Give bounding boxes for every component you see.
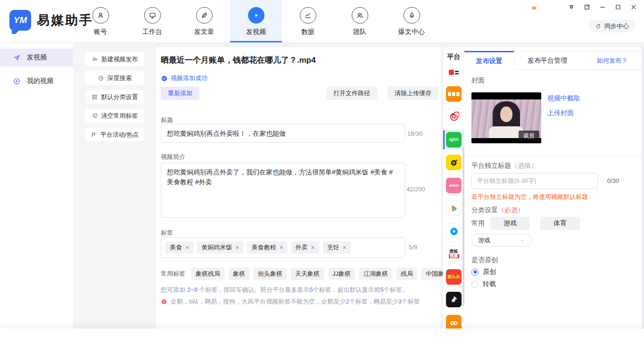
tag-remove-icon[interactable]: × bbox=[279, 244, 283, 251]
platform-icon-record-camera-app[interactable] bbox=[446, 155, 462, 170]
common-tag-chip[interactable]: 街头象棋 bbox=[254, 268, 287, 280]
upload-cover-link[interactable]: 上传封面 bbox=[547, 109, 574, 117]
tag-remove-icon[interactable]: × bbox=[235, 244, 239, 251]
tray-menu-icon[interactable] bbox=[568, 3, 575, 11]
common-tag-chip[interactable]: 象棋 bbox=[229, 268, 249, 280]
nav-item-play[interactable]: 发视频 bbox=[230, 0, 282, 42]
vip-crown-icon bbox=[530, 4, 538, 11]
radio-original-circle[interactable] bbox=[471, 269, 479, 276]
description-counter: 42/200 bbox=[406, 186, 425, 193]
platform-icon-sohu-video[interactable]: 搜狐视频 bbox=[446, 246, 462, 262]
cover-thumbnail[interactable]: 裁剪 bbox=[471, 92, 541, 143]
platform-icon-douyin[interactable] bbox=[446, 292, 462, 307]
sidebar-item-play-circle[interactable]: 我的视频 bbox=[0, 72, 73, 90]
independent-title-label: 平台独立标题（选填） bbox=[471, 162, 537, 170]
hint-text: 个标签，超出默认显示前 bbox=[313, 286, 380, 293]
common-tag-chip[interactable]: JJ象棋 bbox=[328, 268, 355, 280]
right-scrollbar[interactable] bbox=[642, 47, 644, 329]
radio-repost-circle[interactable] bbox=[471, 281, 479, 288]
close-button[interactable] bbox=[630, 3, 637, 11]
screenshot-icon[interactable] bbox=[583, 3, 591, 11]
platform-icon-orange-news-account[interactable] bbox=[446, 86, 462, 102]
tags-input[interactable]: 美食×黄焖鸡米饭×美食教程×外卖×烹饪× bbox=[161, 237, 405, 258]
nav-item-flame[interactable]: 爆文中心 bbox=[386, 0, 438, 42]
nav-item-chart[interactable]: 数据 bbox=[282, 0, 334, 42]
tag-chip[interactable]: 美食教程× bbox=[247, 241, 287, 254]
tags-counter: 5/9 bbox=[409, 244, 417, 251]
maximize-button[interactable] bbox=[614, 3, 622, 11]
common-tags-label: 常用标签 bbox=[161, 270, 185, 278]
publish-panel: 发布设置 发布平台管理 如何发布？ 封面 裁剪 视频中截取 上传封面 平台独立标… bbox=[464, 47, 642, 329]
open-file-path-button[interactable]: 打开文件路径 bbox=[326, 87, 377, 100]
title-label: 标题 bbox=[161, 116, 173, 124]
nav-item-label: 发视频 bbox=[246, 28, 266, 36]
tag-chip[interactable]: 外卖× bbox=[291, 241, 319, 254]
tool-button-clock[interactable]: 深度搜索 bbox=[85, 71, 144, 85]
platform-icon-huitoutiao[interactable]: 惠头条 bbox=[446, 269, 462, 285]
platform-icon-bilibili[interactable]: bilibili bbox=[446, 178, 462, 193]
top-nav: 账号工作台发文章发视频数据团队爆文中心 bbox=[74, 0, 438, 42]
nav-item-monitor[interactable]: 工作台 bbox=[126, 0, 178, 42]
how-to-publish-link[interactable]: 如何发布？ bbox=[597, 57, 627, 65]
tag-remove-icon[interactable]: × bbox=[185, 244, 189, 251]
tag-chip[interactable]: 黄焖鸡米饭× bbox=[197, 241, 243, 254]
common-tag-chip[interactable]: 江湖象棋 bbox=[359, 268, 392, 280]
platform-tags-warning-text: 企鹅，b站，网易，搜狗，大风平台视频标签不能为空，企鹅至少2个标签，网易至少3个… bbox=[171, 297, 420, 306]
tool-button-list-plus[interactable]: 新建视频发布 bbox=[85, 52, 144, 66]
tag-chip[interactable]: 烹饪× bbox=[323, 241, 351, 254]
tag-chip[interactable]: 美食× bbox=[165, 241, 193, 254]
category-chip[interactable]: 体育 bbox=[540, 217, 580, 230]
minimize-button[interactable] bbox=[599, 3, 606, 11]
crop-button[interactable]: 裁剪 bbox=[519, 131, 539, 141]
nav-item-user[interactable]: 账号 bbox=[74, 0, 126, 42]
sync-center-button[interactable]: 同步中心 bbox=[589, 20, 635, 33]
feather-icon bbox=[196, 7, 213, 24]
tab-publish-settings[interactable]: 发布设置 bbox=[464, 51, 514, 70]
nav-item-team[interactable]: 团队 bbox=[334, 0, 386, 42]
platform-icon-kandian[interactable] bbox=[445, 68, 462, 76]
platform-rail-label: 平台 bbox=[443, 53, 464, 61]
clear-upload-cache-button[interactable]: 清除上传缓存 bbox=[388, 87, 438, 100]
kandian-logo-square bbox=[449, 70, 454, 75]
platform-icon-phoenix-dafeng[interactable] bbox=[446, 109, 462, 124]
tag-chip-label: 烹饪 bbox=[327, 243, 339, 252]
tag-chip-label: 美食 bbox=[170, 243, 182, 252]
platform-icon-glasses-orange-app[interactable] bbox=[446, 315, 462, 329]
sidebar-item-send[interactable]: 发视频 bbox=[0, 49, 73, 66]
platform-icon-iqiyi[interactable]: iQIYI bbox=[446, 132, 462, 148]
tool-button-flag[interactable]: 平台活动/热点 bbox=[85, 128, 144, 141]
tag-remove-icon[interactable]: × bbox=[311, 244, 315, 251]
common-tag-chip[interactable]: 象棋残局 bbox=[191, 268, 224, 280]
description-textarea[interactable]: 想吃黄焖鸡别再点外卖了，我们在家也能做，方法很简单#黄焖鸡米饭 #美食 #美食教… bbox=[161, 163, 405, 218]
independent-title-input[interactable]: 平台独立标题(5-30字) bbox=[471, 173, 598, 189]
tool-button-tag-off[interactable]: 清空常用标签 bbox=[85, 109, 144, 123]
hint-text: 个标签。 bbox=[384, 286, 408, 293]
tag-remove-icon[interactable]: × bbox=[343, 244, 347, 251]
upload-status-text: 视频添加成功 bbox=[171, 74, 207, 82]
common-tag-chip[interactable]: 残局 bbox=[396, 268, 417, 280]
platform-selected-indicator bbox=[443, 130, 445, 149]
category-select[interactable]: 游戏 bbox=[471, 234, 532, 247]
tool-button-label: 清空常用标签 bbox=[101, 112, 138, 120]
hint-text: 个标签，网易至少 bbox=[349, 298, 398, 305]
re-add-button[interactable]: 重新添加 bbox=[161, 87, 199, 100]
title-input[interactable]: 想吃黄焖鸡别再点外卖啦！，在家也能做 bbox=[161, 124, 405, 143]
radio-original[interactable]: 原创 bbox=[471, 268, 496, 276]
hint-highlight: 3 bbox=[398, 298, 401, 305]
category-chip[interactable]: 游戏 bbox=[490, 217, 530, 230]
tool-button-grid[interactable]: 默认分类设置 bbox=[85, 90, 144, 104]
platform-logo-text: 惠头条 bbox=[447, 275, 460, 279]
tools-panel: 新建视频发布深度搜索默认分类设置清空常用标签平台活动/热点 bbox=[73, 42, 156, 329]
category-common-row: 常用 游戏体育 bbox=[471, 217, 590, 230]
hint-text: 企鹅，b站，网易，搜狗，大风平台视频标签不能为空，企鹅至少 bbox=[171, 298, 346, 305]
tab-platform-manage[interactable]: 发布平台管理 bbox=[514, 51, 580, 70]
tag-chip-label: 美食教程 bbox=[251, 243, 276, 252]
send-icon bbox=[13, 54, 21, 62]
nav-item-feather[interactable]: 发文章 bbox=[178, 0, 230, 42]
platform-icon-youku[interactable] bbox=[446, 223, 462, 239]
platform-icon-tencent-video[interactable] bbox=[446, 200, 462, 216]
common-tag-chip[interactable]: 天天象棋 bbox=[291, 268, 324, 280]
sidebar-item-label: 发视频 bbox=[27, 53, 47, 62]
radio-repost[interactable]: 转载 bbox=[471, 280, 496, 288]
capture-from-video-link[interactable]: 视频中截取 bbox=[547, 94, 580, 103]
